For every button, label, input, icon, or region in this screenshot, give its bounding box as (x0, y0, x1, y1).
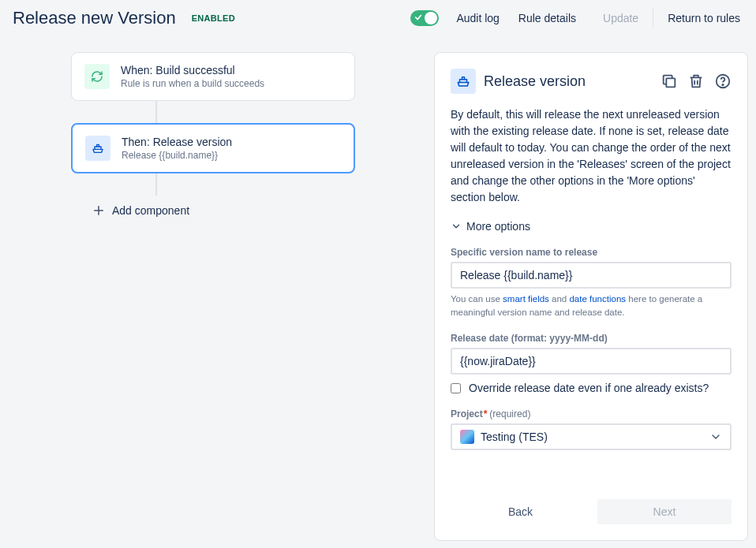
more-options-toggle[interactable]: More options (451, 220, 732, 233)
header-divider (653, 9, 653, 28)
version-name-label: Specific version name to release (451, 247, 732, 258)
ship-icon (451, 69, 476, 94)
update-button: Update (595, 7, 646, 29)
check-icon (414, 13, 422, 21)
connector-line (155, 101, 157, 123)
version-name-hint: You can use smart fields and date functi… (451, 293, 732, 320)
trigger-subtitle: Rule is run when a build succeeds (121, 78, 264, 89)
action-node[interactable]: Then: Release version Release {{build.na… (71, 123, 355, 173)
add-component-label: Add component (112, 204, 189, 217)
status-badge: ENABLED (187, 12, 240, 24)
rule-details-link[interactable]: Rule details (518, 12, 576, 24)
plus-icon (92, 203, 106, 218)
config-panel: Release version By default, this will re… (434, 52, 748, 541)
next-button: Next (597, 499, 732, 524)
panel-description: By default, this will release the next u… (451, 106, 732, 206)
back-button[interactable]: Back (496, 499, 591, 524)
release-date-label: Release date (format: yyyy-MM-dd) (451, 333, 732, 344)
help-icon[interactable] (714, 73, 732, 90)
add-component-button[interactable]: Add component (80, 196, 200, 226)
ship-icon (85, 136, 110, 161)
project-select-value: Testing (TES) (481, 431, 703, 443)
action-subtitle: Release {{build.name}} (122, 150, 232, 161)
svg-point-2 (722, 84, 723, 85)
chevron-down-icon (709, 431, 722, 443)
override-date-checkbox[interactable] (451, 383, 461, 393)
release-date-input[interactable] (451, 348, 732, 375)
more-options-label: More options (466, 220, 530, 233)
trigger-node[interactable]: When: Build successful Rule is run when … (71, 52, 355, 101)
action-title: Then: Release version (122, 136, 232, 148)
override-date-label: Override release date even if one alread… (469, 381, 709, 397)
date-functions-link[interactable]: date functions (569, 294, 626, 304)
panel-title: Release version (484, 73, 653, 90)
page-header: Release new Version ENABLED Audit log Ru… (0, 0, 756, 36)
project-label: Project*(required) (451, 408, 732, 419)
version-name-input[interactable] (451, 262, 732, 289)
project-select[interactable]: Testing (TES) (451, 423, 732, 450)
project-avatar-icon (460, 430, 474, 444)
refresh-icon (84, 64, 110, 89)
trash-icon[interactable] (687, 73, 705, 90)
trigger-title: When: Build successful (121, 64, 264, 76)
return-to-rules-link[interactable]: Return to rules (668, 12, 740, 24)
chevron-down-icon (451, 221, 462, 232)
audit-log-link[interactable]: Audit log (456, 12, 499, 24)
rule-enabled-toggle[interactable] (410, 10, 439, 26)
connector-line (155, 173, 157, 196)
smart-fields-link[interactable]: smart fields (503, 294, 549, 304)
page-title: Release new Version (13, 8, 176, 28)
rule-canvas: When: Build successful Rule is run when … (8, 52, 418, 541)
svg-rect-0 (666, 78, 675, 87)
copy-icon[interactable] (661, 73, 678, 90)
